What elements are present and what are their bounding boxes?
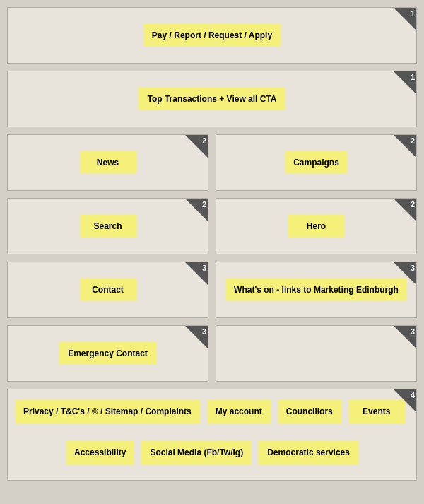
footer-row2: AccessibilitySocial Media (Fb/Tw/Ig)Demo…	[15, 441, 409, 464]
sticky-hero[interactable]: Hero	[288, 215, 345, 238]
footer-row1: Privacy / T&C's / © / Sitemap / Complain…	[15, 400, 409, 423]
sticky-top-transactions[interactable]: Top Transactions + View all CTA	[139, 88, 285, 111]
badge-num-news: 2	[202, 136, 206, 145]
footer-sticky-my-account[interactable]: My account	[207, 400, 271, 423]
badge-num-contact: 3	[202, 264, 206, 272]
footer-sticky-social-media[interactable]: Social Media (Fb/Tw/Ig)	[141, 441, 252, 464]
card-emergency-contact: 3Emergency Contact	[7, 325, 208, 382]
badge-num-whats-on: 3	[411, 264, 415, 272]
badge-num-emergency-contact: 3	[202, 327, 206, 336]
sticky-search[interactable]: Search	[80, 215, 136, 238]
row-row3: 2News2Campaigns	[7, 134, 417, 191]
card-contact: 3Contact	[7, 262, 208, 318]
sticky-pay-report[interactable]: Pay / Report / Request / Apply	[143, 24, 281, 47]
card-hero: 2Hero	[216, 198, 417, 254]
badge-num-search: 2	[202, 200, 206, 209]
main-layout: 1Pay / Report / Request / Apply1Top Tran…	[7, 7, 417, 481]
footer-sticky-democratic-services[interactable]: Democratic services	[259, 441, 358, 464]
footer-card: 4 Privacy / T&C's / © / Sitemap / Compla…	[7, 389, 417, 481]
card-search: 2Search	[7, 198, 208, 254]
footer-badge-num: 4	[411, 391, 415, 399]
row-row5: 3Contact3What's on - links to Marketing …	[7, 262, 417, 318]
sticky-whats-on[interactable]: What's on - links to Marketing Edinburgh	[225, 279, 407, 302]
card-campaigns: 2Campaigns	[216, 134, 417, 191]
row-row1: 1Pay / Report / Request / Apply	[7, 7, 417, 64]
footer-sticky-councillors[interactable]: Councillors	[278, 400, 341, 423]
badge-num-empty-3: 3	[411, 327, 415, 336]
sticky-contact[interactable]: Contact	[80, 279, 136, 302]
row-row6: 3Emergency Contact3	[7, 325, 417, 382]
card-news: 2News	[7, 134, 208, 191]
row-row2: 1Top Transactions + View all CTA	[7, 71, 417, 127]
sticky-news[interactable]: News	[80, 151, 136, 175]
footer-sticky-accessibility[interactable]: Accessibility	[66, 441, 134, 464]
card-whats-on: 3What's on - links to Marketing Edinburg…	[216, 262, 417, 318]
row-row4: 2Search2Hero	[7, 198, 417, 254]
card-pay-report: 1Pay / Report / Request / Apply	[7, 7, 417, 64]
badge-num-hero: 2	[411, 200, 415, 209]
footer-sticky-privacy[interactable]: Privacy / T&C's / © / Sitemap / Complain…	[15, 400, 200, 423]
card-empty-3: 3	[216, 325, 417, 382]
sticky-emergency-contact[interactable]: Emergency Contact	[59, 342, 156, 365]
sticky-campaigns[interactable]: Campaigns	[285, 151, 348, 175]
card-top-transactions: 1Top Transactions + View all CTA	[7, 71, 417, 127]
badge-num-pay-report: 1	[411, 9, 415, 18]
badge-num-campaigns: 2	[411, 136, 415, 145]
badge-num-top-transactions: 1	[411, 73, 415, 81]
